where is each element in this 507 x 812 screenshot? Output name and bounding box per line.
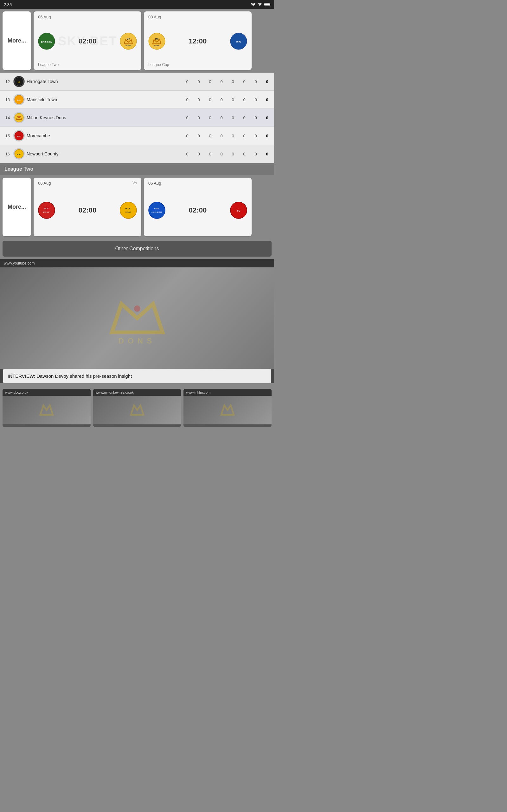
bottom-card-bbc[interactable]: www.bbc.co.uk xyxy=(3,389,91,427)
svg-text:DONS: DONS xyxy=(154,45,159,47)
match-time-2: 12:00 xyxy=(189,37,207,45)
yt-logo-area xyxy=(106,291,169,343)
row-stats-12: 0 0 0 0 0 0 0 0 xyxy=(184,79,270,84)
table-row[interactable]: 16 NCFC Newport County 0 0 0 0 0 0 0 0 xyxy=(0,145,274,163)
lt-match-teams-1: ACC STANLEY 02:00 NCFC EXILES xyxy=(38,188,137,233)
svg-text:HT: HT xyxy=(18,81,20,83)
row-position-15: 15 xyxy=(4,134,11,138)
more-card-top[interactable]: More... xyxy=(3,11,31,70)
team-logo-morecambe: MFC xyxy=(13,130,25,142)
interview-caption: INTERVIEW: Dawson Devoy shared his pre-s… xyxy=(3,369,271,383)
team-logo-harrogate: HT xyxy=(13,76,25,87)
mkfm-url: www.mkfm.com xyxy=(183,389,272,396)
row-position-13: 13 xyxy=(4,97,11,102)
table-row[interactable]: 14 Milton Keynes Dons 0 0 0 0 0 0 0 0 xyxy=(0,109,274,127)
row-stats-16: 0 0 0 0 0 0 0 0 xyxy=(184,152,270,156)
match-teams-2: MK DONS 12:00 WIG xyxy=(148,21,247,61)
bbc-url: www.bbc.co.uk xyxy=(3,389,91,396)
league-two-match-card-1[interactable]: 06 Aug Vs ACC STANLEY 02:00 NCFC EXILES xyxy=(34,177,141,236)
away-logo-2: WIG xyxy=(230,33,247,50)
league-two-header: League Two xyxy=(0,163,274,175)
wifi-icon xyxy=(250,2,256,7)
row-stats-13: 0 0 0 0 0 0 0 0 xyxy=(184,97,270,102)
team-name-16: Newport County xyxy=(26,151,182,156)
team-name-15: Morecambe xyxy=(26,133,182,138)
other-competitions-button[interactable]: Other Competitions xyxy=(3,241,272,257)
status-bar: 2:35 xyxy=(0,0,274,9)
youtube-url: www.youtube.com xyxy=(0,259,274,267)
league-two-match-card-2[interactable]: 06 Aug CUFC COLCHESTER 02:00 FC xyxy=(144,177,251,236)
youtube-card[interactable]: www.youtube.com DONS INTERVIEW: Dawson D… xyxy=(0,259,274,383)
vs-label-1: Vs xyxy=(132,181,137,185)
lt-match-time-1: 02:00 xyxy=(78,206,96,214)
table-row[interactable]: 13 MFC Mansfield Town 0 0 0 0 0 0 0 0 xyxy=(0,91,274,109)
match-date-1: 06 Aug xyxy=(38,14,137,19)
home-logo-2: MK DONS xyxy=(148,33,165,50)
team-logo-newport: NCFC xyxy=(13,148,25,159)
svg-point-38 xyxy=(134,305,140,312)
svg-text:MK: MK xyxy=(127,38,130,40)
svg-point-32 xyxy=(149,202,165,218)
svg-rect-1 xyxy=(269,4,270,5)
bottom-card-miltonkeynes[interactable]: www.miltonkeynes.co.uk xyxy=(93,389,181,427)
lt-home-logo-2: CUFC COLCHESTER xyxy=(148,202,165,219)
svg-marker-40 xyxy=(131,405,144,415)
team-name-14: Milton Keynes Dons xyxy=(26,115,182,120)
team-name-13: Mansfield Town xyxy=(26,97,182,102)
svg-text:STANLEY: STANLEY xyxy=(43,211,51,213)
svg-point-5 xyxy=(120,33,136,49)
team-logo-mkdons xyxy=(13,112,25,123)
mk-url: www.miltonkeynes.co.uk xyxy=(93,389,181,396)
bbc-thumb xyxy=(3,396,91,424)
svg-text:DRAGON: DRAGON xyxy=(41,41,52,44)
svg-marker-39 xyxy=(40,405,53,415)
mk-thumb xyxy=(93,396,181,424)
svg-text:COLCHESTER: COLCHESTER xyxy=(152,211,163,213)
row-position-12: 12 xyxy=(4,79,11,84)
svg-text:MFC: MFC xyxy=(17,99,21,101)
svg-text:CUFC: CUFC xyxy=(154,208,160,210)
lt-match-date-1: 06 Aug xyxy=(38,181,137,186)
match-date-2: 08 Aug xyxy=(148,14,247,19)
match-competition-2: League Cup xyxy=(148,62,247,67)
match-competition-1: League Two xyxy=(38,62,137,67)
signal-icon xyxy=(258,2,262,7)
svg-point-21 xyxy=(18,116,20,117)
bottom-card-mkfm[interactable]: www.mkfm.com xyxy=(183,389,272,427)
svg-text:MFC: MFC xyxy=(17,136,21,137)
mkfm-thumb xyxy=(183,396,272,424)
row-position-16: 16 xyxy=(4,152,11,156)
status-icons xyxy=(250,2,270,7)
match-card-2[interactable]: 08 Aug MK DONS 12:00 WIG League Cup xyxy=(144,11,251,70)
svg-text:ACC: ACC xyxy=(44,207,49,210)
svg-text:WIG: WIG xyxy=(236,40,241,43)
match-card-1[interactable]: SKY BET 06 Aug DRAGON 02:00 MK DONS xyxy=(34,11,141,70)
table-row[interactable]: 15 MFC Morecambe 0 0 0 0 0 0 0 0 xyxy=(0,127,274,145)
top-match-scroll: More... SKY BET 06 Aug DRAGON 02:00 MK xyxy=(0,9,274,72)
away-logo-1: MK DONS xyxy=(120,33,137,50)
lt-match-date-2: 06 Aug xyxy=(148,181,247,186)
svg-text:DONS: DONS xyxy=(125,45,131,47)
table-row[interactable]: 12 HT Harrogate Town 0 0 0 0 0 0 0 0 xyxy=(0,72,274,91)
lt-away-logo-1: NCFC EXILES xyxy=(120,202,137,219)
svg-point-29 xyxy=(120,202,136,218)
status-time: 2:35 xyxy=(4,2,12,7)
home-logo-1: DRAGON xyxy=(38,33,55,50)
more-card-league-two[interactable]: More... xyxy=(3,177,31,236)
team-name-12: Harrogate Town xyxy=(26,79,182,84)
league-table: 12 HT Harrogate Town 0 0 0 0 0 0 0 0 13 … xyxy=(0,72,274,163)
row-position-14: 14 xyxy=(4,115,11,120)
lt-match-time-2: 02:00 xyxy=(189,206,207,214)
lt-home-logo-1: ACC STANLEY xyxy=(38,202,55,219)
lt-match-teams-2: CUFC COLCHESTER 02:00 FC xyxy=(148,188,247,233)
youtube-thumbnail: DONS xyxy=(0,267,274,369)
svg-rect-2 xyxy=(264,3,269,5)
svg-point-26 xyxy=(38,202,55,218)
team-logo-mansfield: MFC xyxy=(13,94,25,105)
match-time-1: 02:00 xyxy=(78,37,96,45)
row-stats-14: 0 0 0 0 0 0 0 0 xyxy=(184,115,270,120)
svg-point-9 xyxy=(149,33,165,49)
lt-away-logo-2: FC xyxy=(230,202,247,219)
row-stats-15: 0 0 0 0 0 0 0 0 xyxy=(184,134,270,138)
svg-text:NCFC: NCFC xyxy=(125,207,131,210)
